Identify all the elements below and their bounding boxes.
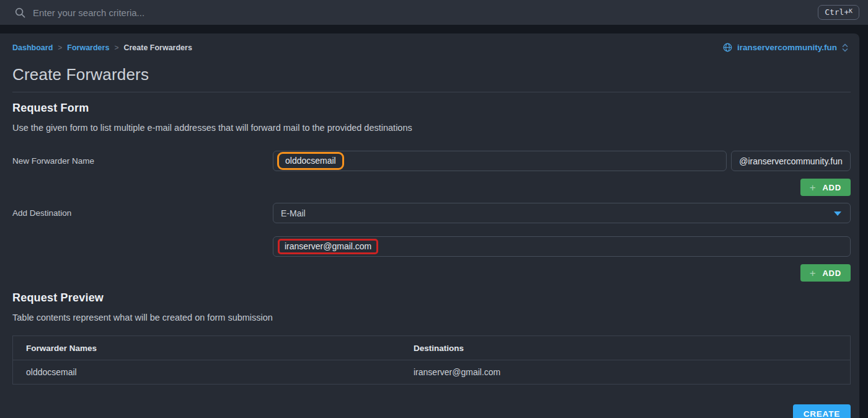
- title-divider: [12, 92, 851, 92]
- search-input[interactable]: [33, 7, 818, 18]
- breadcrumb-separator: >: [58, 43, 62, 52]
- breadcrumb: Dashboard > Forwarders > Create Forwarde…: [12, 43, 192, 52]
- plus-icon: +: [810, 268, 817, 278]
- request-preview-heading: Request Preview: [12, 291, 851, 305]
- create-button[interactable]: CREATE: [793, 404, 851, 418]
- request-form-description: Use the given form to list multiple e-ma…: [12, 123, 851, 133]
- table-row: olddocsemail iranserver@gmail.com: [13, 360, 851, 385]
- plus-icon: +: [810, 182, 817, 193]
- cell-destination: iranserver@gmail.com: [401, 360, 851, 385]
- table-header-row: Forwarder Names Destinations: [13, 336, 851, 360]
- forwarder-name-input[interactable]: olddocsemail: [273, 151, 727, 171]
- domain-selector[interactable]: iranservercommunity.fun: [723, 43, 848, 52]
- content-panel: Dashboard > Forwarders > Create Forwarde…: [0, 33, 859, 418]
- request-preview-description: Table contents represent what will be cr…: [12, 313, 851, 322]
- destination-email-input[interactable]: iranserver@gmail.com: [273, 236, 851, 257]
- column-header-forwarder-names: Forwarder Names: [13, 336, 401, 360]
- cell-forwarder-name: olddocsemail: [13, 360, 401, 385]
- shortcut-key: K: [849, 7, 852, 14]
- forwarder-name-label: New Forwarder Name: [12, 151, 273, 171]
- preview-table: Forwarder Names Destinations olddocsemai…: [12, 336, 851, 385]
- destination-email-value: iranserver@gmail.com: [285, 241, 371, 251]
- domain-label: iranservercommunity.fun: [737, 43, 837, 52]
- add-destination-label: Add Destination: [12, 203, 273, 223]
- shortcut-prefix: Ctrl+: [825, 7, 849, 17]
- add-destination-button-label: ADD: [822, 269, 841, 278]
- chevron-down-icon: [834, 211, 841, 216]
- add-destination-button[interactable]: + ADD: [800, 264, 851, 282]
- annotation-box-orange: olddocsemail: [277, 152, 344, 170]
- destination-input-row: iranserver@gmail.com: [12, 236, 851, 257]
- page-title: Create Forwarders: [12, 65, 851, 84]
- forwarder-name-value: olddocsemail: [285, 156, 336, 166]
- top-search-bar: Ctrl+K: [0, 0, 868, 25]
- destination-type-value: E-Mail: [281, 208, 306, 218]
- annotation-box-red: iranserver@gmail.com: [278, 239, 378, 254]
- breadcrumb-current: Create Forwarders: [123, 43, 192, 52]
- breadcrumb-separator: >: [114, 43, 118, 52]
- forwarder-name-row: New Forwarder Name olddocsemail @iranser…: [12, 151, 851, 171]
- search-icon: [14, 7, 26, 19]
- add-forwarder-button[interactable]: + ADD: [800, 179, 851, 196]
- globe-icon: [723, 43, 732, 52]
- domain-suffix-box: @iranservercommunity.fun: [731, 151, 851, 171]
- keyboard-shortcut-badge: Ctrl+K: [818, 5, 859, 20]
- destination-type-select[interactable]: E-Mail: [273, 203, 851, 223]
- add-forwarder-button-label: ADD: [822, 183, 841, 192]
- breadcrumb-forwarders[interactable]: Forwarders: [67, 43, 109, 52]
- chevron-up-down-icon: [842, 43, 848, 52]
- breadcrumb-dashboard[interactable]: Dashboard: [12, 43, 53, 52]
- request-form-heading: Request Form: [12, 102, 851, 115]
- column-header-destinations: Destinations: [401, 336, 851, 360]
- destination-row: Add Destination E-Mail: [12, 203, 851, 223]
